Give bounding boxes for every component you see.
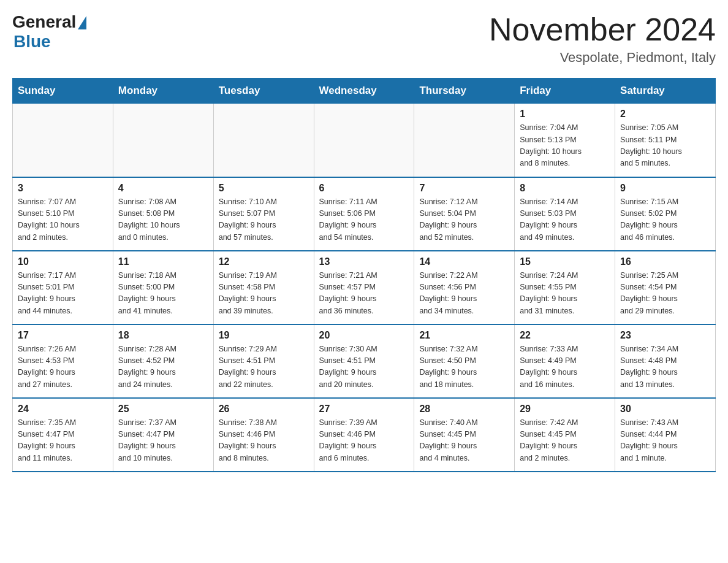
day-cell: 26Sunrise: 7:38 AM Sunset: 4:46 PM Dayli… bbox=[213, 398, 314, 472]
day-number: 3 bbox=[18, 183, 108, 194]
day-number: 27 bbox=[319, 404, 409, 415]
day-cell: 6Sunrise: 7:11 AM Sunset: 5:06 PM Daylig… bbox=[314, 177, 414, 251]
day-cell: 3Sunrise: 7:07 AM Sunset: 5:10 PM Daylig… bbox=[13, 177, 113, 251]
day-info: Sunrise: 7:32 AM Sunset: 4:50 PM Dayligh… bbox=[419, 343, 509, 391]
week-row-2: 3Sunrise: 7:07 AM Sunset: 5:10 PM Daylig… bbox=[13, 177, 716, 251]
day-number: 21 bbox=[419, 330, 509, 341]
day-cell: 8Sunrise: 7:14 AM Sunset: 5:03 PM Daylig… bbox=[515, 177, 615, 251]
logo-triangle-icon bbox=[78, 16, 86, 29]
day-number: 17 bbox=[18, 330, 108, 341]
day-cell: 10Sunrise: 7:17 AM Sunset: 5:01 PM Dayli… bbox=[13, 251, 113, 324]
day-number: 12 bbox=[219, 256, 309, 267]
day-number: 25 bbox=[118, 404, 208, 415]
header-day-saturday: Saturday bbox=[615, 79, 716, 104]
day-info: Sunrise: 7:34 AM Sunset: 4:48 PM Dayligh… bbox=[620, 343, 710, 391]
day-cell: 25Sunrise: 7:37 AM Sunset: 4:47 PM Dayli… bbox=[113, 398, 213, 472]
day-info: Sunrise: 7:12 AM Sunset: 5:04 PM Dayligh… bbox=[419, 196, 509, 244]
day-info: Sunrise: 7:08 AM Sunset: 5:08 PM Dayligh… bbox=[118, 196, 208, 244]
day-info: Sunrise: 7:21 AM Sunset: 4:57 PM Dayligh… bbox=[319, 270, 409, 318]
calendar-table: SundayMondayTuesdayWednesdayThursdayFrid… bbox=[12, 78, 716, 472]
week-row-5: 24Sunrise: 7:35 AM Sunset: 4:47 PM Dayli… bbox=[13, 398, 716, 472]
day-number: 10 bbox=[18, 256, 108, 267]
day-number: 4 bbox=[118, 183, 208, 194]
day-info: Sunrise: 7:38 AM Sunset: 4:46 PM Dayligh… bbox=[219, 417, 309, 465]
day-number: 24 bbox=[18, 404, 108, 415]
day-cell: 15Sunrise: 7:24 AM Sunset: 4:55 PM Dayli… bbox=[515, 251, 615, 324]
day-cell: 5Sunrise: 7:10 AM Sunset: 5:07 PM Daylig… bbox=[213, 177, 314, 251]
day-info: Sunrise: 7:37 AM Sunset: 4:47 PM Dayligh… bbox=[118, 417, 208, 465]
day-cell: 24Sunrise: 7:35 AM Sunset: 4:47 PM Dayli… bbox=[13, 398, 113, 472]
logo-general-text: General bbox=[12, 12, 76, 32]
day-number: 26 bbox=[219, 404, 309, 415]
day-number: 23 bbox=[620, 330, 710, 341]
header-day-monday: Monday bbox=[113, 79, 213, 104]
week-row-1: 1Sunrise: 7:04 AM Sunset: 5:13 PM Daylig… bbox=[13, 104, 716, 177]
day-number: 8 bbox=[520, 183, 610, 194]
day-cell: 12Sunrise: 7:19 AM Sunset: 4:58 PM Dayli… bbox=[213, 251, 314, 324]
day-cell: 28Sunrise: 7:40 AM Sunset: 4:45 PM Dayli… bbox=[414, 398, 515, 472]
week-row-4: 17Sunrise: 7:26 AM Sunset: 4:53 PM Dayli… bbox=[13, 324, 716, 398]
day-info: Sunrise: 7:25 AM Sunset: 4:54 PM Dayligh… bbox=[620, 270, 710, 318]
month-title: November 2024 bbox=[489, 12, 716, 47]
day-info: Sunrise: 7:22 AM Sunset: 4:56 PM Dayligh… bbox=[419, 270, 509, 318]
day-info: Sunrise: 7:10 AM Sunset: 5:07 PM Dayligh… bbox=[219, 196, 309, 244]
day-info: Sunrise: 7:26 AM Sunset: 4:53 PM Dayligh… bbox=[18, 343, 108, 391]
day-number: 5 bbox=[219, 183, 309, 194]
day-number: 28 bbox=[419, 404, 509, 415]
day-cell: 21Sunrise: 7:32 AM Sunset: 4:50 PM Dayli… bbox=[414, 324, 515, 398]
day-cell: 9Sunrise: 7:15 AM Sunset: 5:02 PM Daylig… bbox=[615, 177, 716, 251]
day-number: 16 bbox=[620, 256, 710, 267]
day-cell bbox=[213, 104, 314, 177]
day-info: Sunrise: 7:29 AM Sunset: 4:51 PM Dayligh… bbox=[219, 343, 309, 391]
day-cell: 30Sunrise: 7:43 AM Sunset: 4:44 PM Dayli… bbox=[615, 398, 716, 472]
day-info: Sunrise: 7:04 AM Sunset: 5:13 PM Dayligh… bbox=[520, 122, 610, 170]
day-number: 9 bbox=[620, 183, 710, 194]
logo: General Blue bbox=[12, 12, 86, 52]
day-info: Sunrise: 7:40 AM Sunset: 4:45 PM Dayligh… bbox=[419, 417, 509, 465]
day-cell: 18Sunrise: 7:28 AM Sunset: 4:52 PM Dayli… bbox=[113, 324, 213, 398]
day-cell: 14Sunrise: 7:22 AM Sunset: 4:56 PM Dayli… bbox=[414, 251, 515, 324]
calendar-header: SundayMondayTuesdayWednesdayThursdayFrid… bbox=[13, 79, 716, 104]
day-cell: 23Sunrise: 7:34 AM Sunset: 4:48 PM Dayli… bbox=[615, 324, 716, 398]
day-cell bbox=[13, 104, 113, 177]
day-info: Sunrise: 7:39 AM Sunset: 4:46 PM Dayligh… bbox=[319, 417, 409, 465]
day-cell: 19Sunrise: 7:29 AM Sunset: 4:51 PM Dayli… bbox=[213, 324, 314, 398]
day-info: Sunrise: 7:43 AM Sunset: 4:44 PM Dayligh… bbox=[620, 417, 710, 465]
day-info: Sunrise: 7:07 AM Sunset: 5:10 PM Dayligh… bbox=[18, 196, 108, 244]
day-cell: 17Sunrise: 7:26 AM Sunset: 4:53 PM Dayli… bbox=[13, 324, 113, 398]
day-cell: 11Sunrise: 7:18 AM Sunset: 5:00 PM Dayli… bbox=[113, 251, 213, 324]
day-number: 19 bbox=[219, 330, 309, 341]
day-number: 15 bbox=[520, 256, 610, 267]
day-cell: 4Sunrise: 7:08 AM Sunset: 5:08 PM Daylig… bbox=[113, 177, 213, 251]
day-info: Sunrise: 7:05 AM Sunset: 5:11 PM Dayligh… bbox=[620, 122, 710, 170]
day-info: Sunrise: 7:42 AM Sunset: 4:45 PM Dayligh… bbox=[520, 417, 610, 465]
title-area: November 2024 Vespolate, Piedmont, Italy bbox=[489, 12, 716, 66]
day-number: 2 bbox=[620, 109, 710, 120]
day-number: 11 bbox=[118, 256, 208, 267]
header-day-thursday: Thursday bbox=[414, 79, 515, 104]
day-number: 7 bbox=[419, 183, 509, 194]
day-info: Sunrise: 7:24 AM Sunset: 4:55 PM Dayligh… bbox=[520, 270, 610, 318]
day-number: 30 bbox=[620, 404, 710, 415]
day-info: Sunrise: 7:11 AM Sunset: 5:06 PM Dayligh… bbox=[319, 196, 409, 244]
day-cell: 22Sunrise: 7:33 AM Sunset: 4:49 PM Dayli… bbox=[515, 324, 615, 398]
day-number: 1 bbox=[520, 109, 610, 120]
day-number: 14 bbox=[419, 256, 509, 267]
day-number: 20 bbox=[319, 330, 409, 341]
logo-blue-text: Blue bbox=[13, 32, 51, 52]
day-info: Sunrise: 7:15 AM Sunset: 5:02 PM Dayligh… bbox=[620, 196, 710, 244]
day-cell bbox=[113, 104, 213, 177]
day-cell: 20Sunrise: 7:30 AM Sunset: 4:51 PM Dayli… bbox=[314, 324, 414, 398]
day-cell bbox=[414, 104, 515, 177]
day-number: 29 bbox=[520, 404, 610, 415]
day-cell: 27Sunrise: 7:39 AM Sunset: 4:46 PM Dayli… bbox=[314, 398, 414, 472]
day-cell: 16Sunrise: 7:25 AM Sunset: 4:54 PM Dayli… bbox=[615, 251, 716, 324]
day-cell: 7Sunrise: 7:12 AM Sunset: 5:04 PM Daylig… bbox=[414, 177, 515, 251]
day-number: 6 bbox=[319, 183, 409, 194]
day-cell: 2Sunrise: 7:05 AM Sunset: 5:11 PM Daylig… bbox=[615, 104, 716, 177]
day-info: Sunrise: 7:18 AM Sunset: 5:00 PM Dayligh… bbox=[118, 270, 208, 318]
day-cell: 13Sunrise: 7:21 AM Sunset: 4:57 PM Dayli… bbox=[314, 251, 414, 324]
day-cell bbox=[314, 104, 414, 177]
day-info: Sunrise: 7:30 AM Sunset: 4:51 PM Dayligh… bbox=[319, 343, 409, 391]
week-row-3: 10Sunrise: 7:17 AM Sunset: 5:01 PM Dayli… bbox=[13, 251, 716, 324]
